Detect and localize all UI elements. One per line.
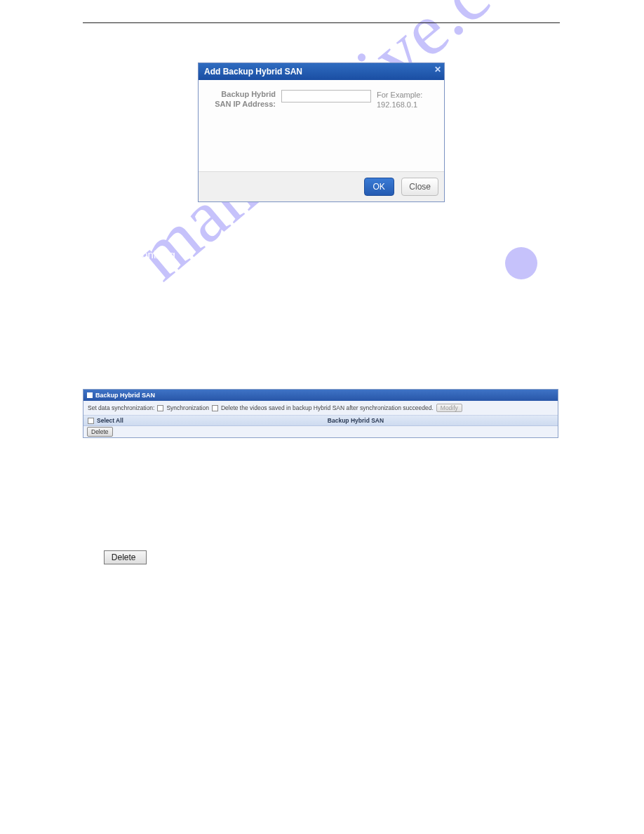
close-icon[interactable]: ✕ bbox=[434, 65, 441, 74]
collapse-icon[interactable] bbox=[87, 392, 93, 398]
close-button[interactable]: Close bbox=[401, 178, 438, 196]
panel-delete-button[interactable]: Delete bbox=[87, 427, 113, 437]
del-after-sync-label: Delete the videos saved in backup Hybrid… bbox=[221, 404, 434, 411]
steps-block: Steps: 1. To enable synchronization, che… bbox=[83, 310, 560, 382]
panel-column-header: Select All Backup Hybrid SAN bbox=[83, 416, 558, 426]
figure-caption-1: Figure 9. 16 Add Backup Hybrid SAN bbox=[83, 215, 560, 223]
top-rule bbox=[83, 22, 560, 23]
figure-caption-2: Figure 9. 17 Backup Hybrid SAN bbox=[83, 444, 560, 452]
ok-button[interactable]: OK bbox=[364, 178, 394, 196]
del-after-sync-checkbox[interactable] bbox=[212, 405, 218, 411]
dialog-body: Backup Hybrid SAN IP Address: For Exampl… bbox=[199, 80, 444, 171]
modify-button[interactable]: Modify bbox=[436, 404, 462, 412]
backup-panel: Backup Hybrid SAN Set data synchronizati… bbox=[83, 389, 558, 438]
sync-heading: 9.3.2 Synchronizing bbox=[83, 249, 560, 260]
add-backup-dialog: Add Backup Hybrid SAN ✕ Backup Hybrid SA… bbox=[198, 62, 445, 202]
select-all-label: Select All bbox=[97, 417, 123, 424]
panel-action-row: Delete bbox=[83, 426, 558, 437]
delete-step-line: Click Delete and click OK in confirmatio… bbox=[83, 550, 560, 564]
inline-delete-button[interactable]: Delete bbox=[104, 550, 147, 564]
n1-body: If N+1 is enabled and a working Hybrid S… bbox=[83, 611, 560, 635]
col-backup-header: Backup Hybrid SAN bbox=[158, 417, 554, 424]
sync-label: Synchronization bbox=[166, 404, 208, 411]
ip-field-label: Backup Hybrid SAN IP Address: bbox=[207, 90, 276, 161]
panel-header: Backup Hybrid SAN bbox=[83, 390, 558, 401]
select-all-checkbox[interactable] bbox=[88, 418, 94, 424]
dialog-footer: OK Close bbox=[199, 171, 444, 201]
purpose-block: Purpose: Once synchronization is enabled… bbox=[83, 267, 560, 303]
deleting-steps: Steps: 1. Do one of the following: • To … bbox=[83, 496, 560, 544]
n1-heading: 9.4 Working Hybrid SAN Operation bbox=[83, 593, 560, 604]
panel-title: Backup Hybrid SAN bbox=[95, 392, 155, 399]
ip-input[interactable] bbox=[281, 90, 371, 102]
dialog-title-text: Add Backup Hybrid SAN bbox=[204, 67, 302, 77]
deleting-heading: 9.3.3 Deleting Backup Hybrid SAN bbox=[83, 477, 560, 489]
example-hint: For Example: 192.168.0.1 bbox=[377, 90, 422, 161]
cfg-label: Set data synchronization: bbox=[88, 404, 154, 411]
panel-config-row: Set data synchronization: Synchronizatio… bbox=[83, 401, 558, 416]
dialog-titlebar: Add Backup Hybrid SAN ✕ bbox=[199, 63, 444, 80]
sync-checkbox[interactable] bbox=[157, 405, 163, 411]
